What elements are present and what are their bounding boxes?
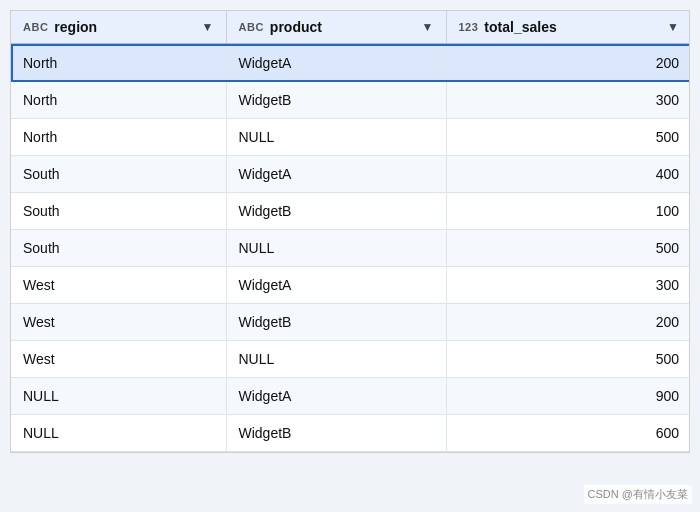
column-name-product: product [270,19,416,35]
cell-total-sales: 300 [446,82,690,119]
cell-region: South [11,230,226,267]
cell-region: North [11,82,226,119]
cell-region: West [11,267,226,304]
sort-icon-region[interactable]: ▼ [202,20,214,34]
cell-region: North [11,44,226,82]
table-row[interactable]: SouthWidgetB100 [11,193,690,230]
cell-total-sales: 900 [446,378,690,415]
cell-total-sales: 500 [446,341,690,378]
cell-product: WidgetA [226,44,446,82]
type-badge-region: ABC [23,21,48,33]
cell-region: North [11,119,226,156]
table-row[interactable]: SouthNULL500 [11,230,690,267]
cell-region: South [11,156,226,193]
cell-product: NULL [226,230,446,267]
cell-region: South [11,193,226,230]
table-header-row: ABC region ▼ ABC product ▼ 123 total [11,11,690,44]
table-row[interactable]: WestWidgetA300 [11,267,690,304]
cell-total-sales: 100 [446,193,690,230]
cell-total-sales: 300 [446,267,690,304]
cell-product: WidgetB [226,415,446,452]
column-header-product[interactable]: ABC product ▼ [226,11,446,44]
cell-region: NULL [11,415,226,452]
table-row[interactable]: WestNULL500 [11,341,690,378]
cell-region: NULL [11,378,226,415]
table-row[interactable]: SouthWidgetA400 [11,156,690,193]
data-table: ABC region ▼ ABC product ▼ 123 total [10,10,690,453]
table-row[interactable]: NULLWidgetB600 [11,415,690,452]
cell-total-sales: 500 [446,119,690,156]
table-row[interactable]: WestWidgetB200 [11,304,690,341]
cell-total-sales: 200 [446,44,690,82]
cell-product: NULL [226,119,446,156]
watermark: CSDN @有情小友菜 [584,485,692,504]
cell-total-sales: 400 [446,156,690,193]
cell-region: West [11,341,226,378]
table-row[interactable]: NorthWidgetA200 [11,44,690,82]
sort-icon-total-sales[interactable]: ▼ [667,20,679,34]
cell-product: WidgetA [226,267,446,304]
cell-total-sales: 500 [446,230,690,267]
cell-product: WidgetB [226,304,446,341]
cell-region: West [11,304,226,341]
cell-product: WidgetB [226,193,446,230]
cell-product: NULL [226,341,446,378]
table-row[interactable]: NorthNULL500 [11,119,690,156]
table-row[interactable]: NorthWidgetB300 [11,82,690,119]
sort-icon-product[interactable]: ▼ [422,20,434,34]
cell-product: WidgetB [226,82,446,119]
column-name-total-sales: total_sales [484,19,661,35]
table-row[interactable]: NULLWidgetA900 [11,378,690,415]
cell-total-sales: 600 [446,415,690,452]
column-header-total-sales[interactable]: 123 total_sales ▼ [446,11,690,44]
cell-product: WidgetA [226,156,446,193]
type-badge-total-sales: 123 [459,21,479,33]
column-header-region[interactable]: ABC region ▼ [11,11,226,44]
cell-product: WidgetA [226,378,446,415]
cell-total-sales: 200 [446,304,690,341]
type-badge-product: ABC [239,21,264,33]
column-name-region: region [54,19,195,35]
